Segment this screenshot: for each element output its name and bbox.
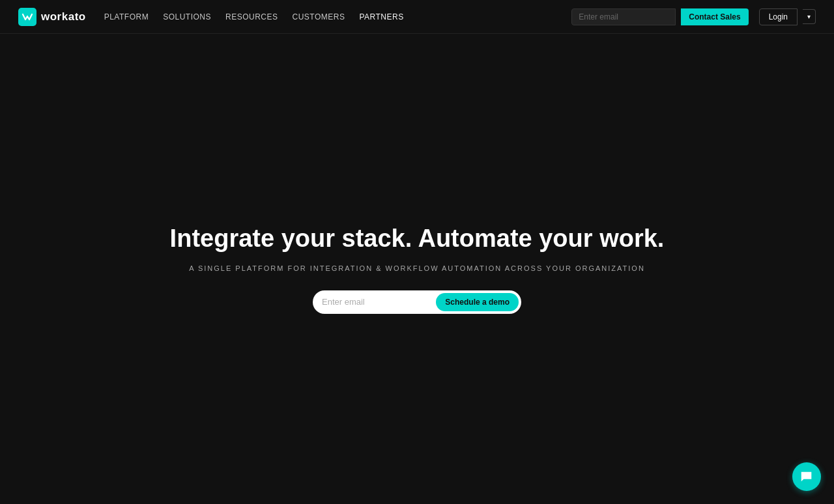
nav-partners[interactable]: PARTNERS	[359, 12, 403, 21]
hero-section: Integrate your stack. Automate your work…	[0, 0, 834, 504]
nav-email-input[interactable]	[571, 8, 676, 25]
logo[interactable]: workato	[18, 8, 86, 26]
hero-form: Schedule a demo	[313, 290, 521, 314]
nav-links: PLATFORM SOLUTIONS RESOURCES CUSTOMERS P…	[104, 12, 404, 21]
chat-widget[interactable]	[792, 462, 821, 491]
logo-text: workato	[41, 10, 86, 23]
chat-icon	[799, 469, 814, 484]
hero-subtitle: A SINGLE PLATFORM FOR INTEGRATION & WORK…	[189, 264, 645, 272]
schedule-demo-button[interactable]: Schedule a demo	[436, 293, 519, 311]
contact-sales-button[interactable]: Contact Sales	[681, 8, 748, 25]
nav-platform[interactable]: PLATFORM	[104, 12, 149, 21]
nav-resources[interactable]: RESOURCES	[225, 12, 278, 21]
navbar-left: workato PLATFORM SOLUTIONS RESOURCES CUS…	[18, 8, 404, 26]
navbar-right: Contact Sales Login ▾	[571, 8, 816, 25]
login-button[interactable]: Login	[759, 8, 798, 25]
hero-title: Integrate your stack. Automate your work…	[170, 224, 665, 254]
nav-customers[interactable]: CUSTOMERS	[293, 12, 345, 21]
nav-solutions[interactable]: SOLUTIONS	[163, 12, 211, 21]
login-dropdown-button[interactable]: ▾	[803, 9, 816, 24]
hero-email-input[interactable]	[322, 297, 436, 307]
workato-logo-icon	[18, 8, 36, 26]
navbar: workato PLATFORM SOLUTIONS RESOURCES CUS…	[0, 0, 834, 34]
